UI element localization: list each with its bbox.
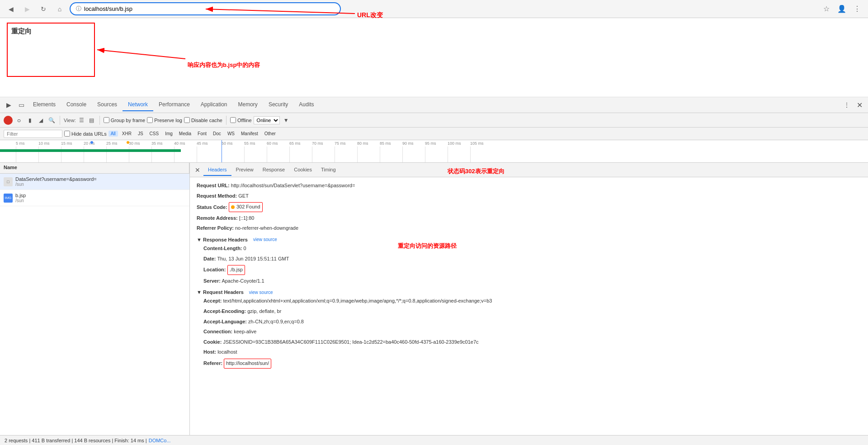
request-headers-section[interactable]: ▼ Request Headers view source bbox=[197, 289, 861, 295]
file-icon-bjsp: IMG bbox=[4, 194, 13, 203]
content-length-value: 0 bbox=[244, 246, 246, 251]
address-bar[interactable] bbox=[84, 5, 335, 12]
response-headers-section[interactable]: ▼ Response Headers view source bbox=[197, 237, 861, 242]
offline-label[interactable]: Offline bbox=[230, 117, 252, 123]
tab-memory[interactable]: Memory bbox=[233, 99, 263, 111]
accept-language-label: Accept-Language: bbox=[203, 319, 247, 324]
domcontent-link[interactable]: DOMCo... bbox=[149, 438, 171, 443]
cookie-value: JSESSIONID=93C1B38B6A65A34C609F111C026E9… bbox=[223, 339, 478, 345]
filter-all[interactable]: All bbox=[108, 131, 118, 137]
tab-preview[interactable]: Preview bbox=[231, 164, 258, 176]
details-content: Request URL: http://localhost/sun/DataSe… bbox=[190, 177, 868, 445]
clear-button[interactable]: ○ bbox=[14, 116, 24, 125]
tab-application[interactable]: Application bbox=[195, 99, 233, 111]
details-tab-bar: ✕ Headers Preview Response Cookies Timin… bbox=[190, 163, 868, 177]
tab-console[interactable]: Console bbox=[61, 99, 92, 111]
filter-other[interactable]: Other bbox=[262, 131, 278, 137]
file-list-body: □ DataServlet?username=&password= /sun I… bbox=[0, 174, 189, 445]
tab-sources[interactable]: Sources bbox=[92, 99, 123, 111]
menu-button[interactable]: ⋮ bbox=[851, 3, 863, 15]
view-source-request[interactable]: view source bbox=[249, 290, 273, 295]
accept-encoding-row: Accept-Encoding: gzip, deflate, br bbox=[203, 308, 861, 316]
tab-elements[interactable]: Elements bbox=[28, 99, 61, 111]
filter-xhr[interactable]: XHR bbox=[120, 131, 134, 137]
file-name-bjsp: b.jsp bbox=[15, 193, 186, 198]
forward-button[interactable]: ▶ bbox=[21, 3, 33, 15]
inspect-icon[interactable]: ▶ bbox=[2, 99, 15, 111]
lock-icon: ⓘ bbox=[76, 5, 81, 13]
preserve-log-label[interactable]: Preserve log bbox=[147, 117, 182, 123]
request-method-row: Request Method: GET bbox=[197, 192, 861, 200]
filter-media[interactable]: Media bbox=[177, 131, 193, 137]
details-close-button[interactable]: ✕ bbox=[193, 166, 202, 174]
status-code-row: Status Code: 302 Found bbox=[197, 202, 861, 212]
offline-checkbox[interactable] bbox=[230, 117, 236, 123]
view-label: View: bbox=[64, 118, 76, 123]
server-row: Server: Apache-Coyote/1.1 bbox=[203, 277, 861, 285]
tick-30ms: 30 ms bbox=[129, 141, 140, 146]
disable-cache-label[interactable]: Disable cache bbox=[184, 117, 222, 123]
device-icon[interactable]: ▭ bbox=[15, 99, 28, 111]
filter-font[interactable]: Font bbox=[195, 131, 209, 137]
record-button[interactable] bbox=[4, 116, 13, 125]
hide-data-urls-label[interactable]: Hide data URLs bbox=[64, 131, 107, 137]
group-by-frame-checkbox[interactable] bbox=[104, 117, 109, 123]
request-method-value: GET bbox=[238, 193, 249, 199]
accept-label: Accept: bbox=[203, 298, 222, 303]
tick-95ms: 95 ms bbox=[425, 141, 436, 146]
host-label: Host: bbox=[203, 349, 216, 355]
tab-timing[interactable]: Timing bbox=[316, 164, 340, 176]
host-row: Host: localhost bbox=[203, 348, 861, 356]
file-icon-dataservlet: □ bbox=[4, 177, 13, 186]
back-button[interactable]: ◀ bbox=[5, 3, 17, 15]
devtools-close-button[interactable]: ✕ bbox=[853, 99, 866, 111]
preserve-log-checkbox[interactable] bbox=[147, 117, 153, 123]
address-bar-container: ⓘ bbox=[70, 2, 341, 15]
referrer-policy-row: Referrer Policy: no-referrer-when-downgr… bbox=[197, 224, 861, 232]
filter-js[interactable]: JS bbox=[136, 131, 146, 137]
view-waterfall-icon[interactable]: ▤ bbox=[88, 116, 96, 124]
tick-70ms: 70 ms bbox=[312, 141, 323, 146]
search-icon[interactable]: 🔍 bbox=[47, 116, 56, 125]
tab-audits[interactable]: Audits bbox=[293, 99, 319, 111]
filter-input[interactable] bbox=[4, 130, 62, 138]
tab-security[interactable]: Security bbox=[263, 99, 293, 111]
tab-performance[interactable]: Performance bbox=[153, 99, 195, 111]
tab-response[interactable]: Response bbox=[258, 164, 290, 176]
response-annotation: 响应内容也为b.jsp中的内容 bbox=[188, 61, 260, 69]
filter-icon[interactable]: ◢ bbox=[36, 116, 45, 125]
tab-network[interactable]: Network bbox=[123, 99, 153, 111]
view-source-response[interactable]: view source bbox=[253, 237, 277, 242]
status-code-label: Status Code: bbox=[197, 204, 227, 210]
file-row-bjsp[interactable]: IMG b.jsp /sun bbox=[0, 190, 189, 206]
tick-35ms: 35 ms bbox=[151, 141, 163, 146]
details-panel: ✕ Headers Preview Response Cookies Timin… bbox=[190, 163, 868, 445]
tick-45ms: 45 ms bbox=[197, 141, 208, 146]
filter-manifest[interactable]: Manifest bbox=[239, 131, 260, 137]
disable-cache-checkbox[interactable] bbox=[184, 117, 190, 123]
filter-img[interactable]: Img bbox=[163, 131, 175, 137]
tab-cookies[interactable]: Cookies bbox=[289, 164, 316, 176]
filter-doc[interactable]: Doc bbox=[211, 131, 223, 137]
tick-10ms: 10 ms bbox=[38, 141, 50, 146]
tab-headers[interactable]: Headers bbox=[203, 164, 231, 176]
bookmark-button[interactable]: ☆ bbox=[820, 3, 833, 15]
throttle-down-icon[interactable]: ▼ bbox=[282, 116, 291, 125]
hide-data-urls-checkbox[interactable] bbox=[64, 131, 70, 137]
home-button[interactable]: ⌂ bbox=[53, 3, 66, 15]
view-list-icon[interactable]: ☰ bbox=[78, 116, 86, 124]
reload-button[interactable]: ↻ bbox=[37, 3, 50, 15]
filter-ws[interactable]: WS bbox=[225, 131, 237, 137]
account-button[interactable]: 👤 bbox=[835, 3, 848, 15]
file-row-dataservlet[interactable]: □ DataServlet?username=&password= /sun bbox=[0, 174, 189, 190]
devtools-more-icon[interactable]: ⋮ bbox=[840, 99, 853, 111]
filter-css[interactable]: CSS bbox=[147, 131, 161, 137]
group-by-frame-label[interactable]: Group by frame bbox=[104, 117, 145, 123]
separator-1 bbox=[60, 116, 60, 125]
capture-screenshots-button[interactable]: ▮ bbox=[25, 116, 34, 125]
remote-address-label: Remote Address: bbox=[197, 215, 238, 221]
timeline-blue-line bbox=[222, 140, 222, 162]
referer-label: Referer: bbox=[203, 360, 222, 366]
date-value: Thu, 13 Jun 2019 15:51:11 GMT bbox=[217, 256, 289, 261]
throttle-select[interactable]: Online bbox=[254, 116, 280, 124]
